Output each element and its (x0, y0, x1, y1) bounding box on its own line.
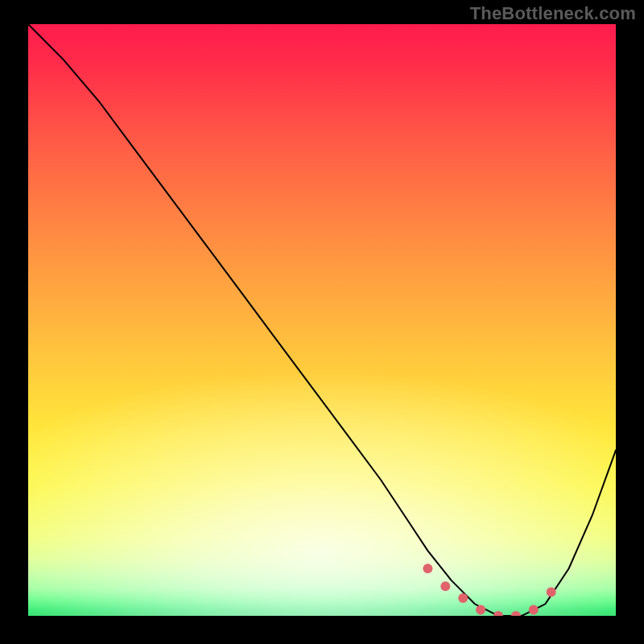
watermark-text: TheBottleneck.com (470, 3, 636, 24)
chart-frame: TheBottleneck.com (0, 0, 644, 644)
chart-gradient-background (28, 24, 616, 616)
